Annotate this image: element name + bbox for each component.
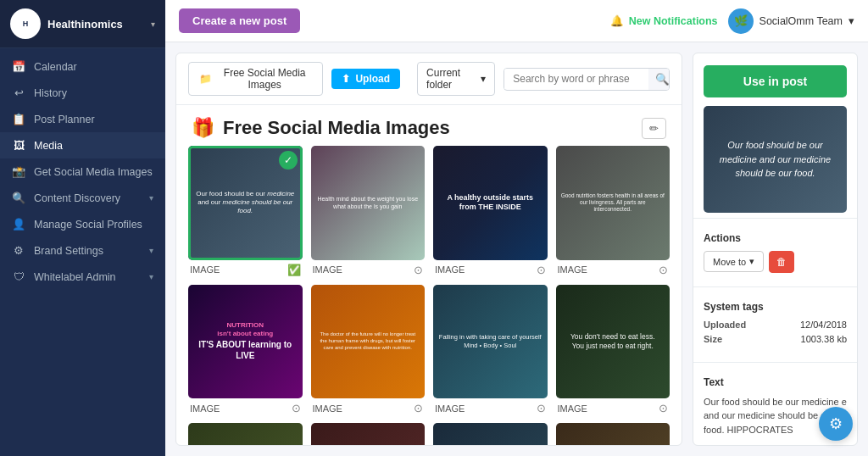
image-label: IMAGE ⊙ — [433, 402, 548, 414]
sidebar: H Healthinomics ▾ 📅 Calendar ↩ History 📋… — [0, 0, 165, 456]
system-tags-section: System tags Uploaded 12/04/2018 Size 100… — [693, 292, 857, 357]
image-card: The preservation of health is superior t… — [188, 423, 303, 445]
thumb-overlay: NUTRITIONisn't about eatingIT'S ABOUT le… — [188, 285, 303, 399]
image-thumb[interactable]: You don't need to eat less.You just need… — [556, 285, 670, 399]
image-type-label: IMAGE — [558, 403, 587, 414]
sidebar-nav: 📅 Calendar ↩ History 📋 Post Planner 🖼 Me… — [0, 48, 165, 456]
manage-profiles-icon: 👤 — [12, 218, 25, 231]
upload-button[interactable]: ⬆ Upload — [331, 69, 400, 89]
grid-row-2: NUTRITIONisn't about eatingIT'S ABOUT le… — [188, 285, 670, 415]
image-card: NUTRITIONisn't about eatingIT'S ABOUT le… — [188, 285, 303, 415]
delete-button[interactable]: 🗑 — [769, 251, 794, 273]
create-new-post-button[interactable]: Create a new post — [179, 8, 300, 33]
size-value: 1003.38 kb — [801, 334, 847, 344]
image-type-label: IMAGE — [190, 264, 220, 275]
image-thumb[interactable]: Fall in love with taking care of yoursel… — [311, 423, 426, 445]
image-thumb[interactable]: The preservation of health is superior t… — [188, 423, 303, 445]
sidebar-item-brand-settings[interactable]: ⚙ Brand Settings ▾ — [0, 237, 165, 264]
size-label: Size — [704, 334, 722, 344]
image-label: IMAGE ⊙ — [433, 264, 548, 276]
floating-settings-button[interactable]: ⚙ — [819, 407, 853, 441]
thumb-overlay: Health mind about the weight you lose wh… — [311, 146, 426, 260]
image-thumb[interactable]: The doctor of the future will no longer … — [311, 285, 426, 399]
edit-button[interactable]: ✏ — [642, 118, 666, 139]
image-card: No matter how much I gets abused, the bo… — [556, 423, 670, 445]
check-circle-icon[interactable]: ⊙ — [537, 402, 546, 414]
image-thumb[interactable]: No matter how much I gets abused, the bo… — [556, 423, 670, 445]
sidebar-item-calendar[interactable]: 📅 Calendar — [0, 53, 165, 80]
folder-filter-dropdown[interactable]: Current folder ▾ — [417, 62, 495, 96]
social-images-icon: 📸 — [12, 165, 25, 178]
image-type-label: IMAGE — [190, 403, 220, 414]
image-thumb[interactable]: Falling in with taking care of yourselfM… — [433, 285, 548, 399]
image-thumb[interactable]: Good nutrition fosters health in all are… — [556, 146, 670, 260]
grid-row-1: Our food should be our medicine and our … — [188, 146, 670, 276]
image-card: The mind and body are not separate.What … — [433, 423, 548, 445]
check-circle-icon[interactable]: ⊙ — [537, 264, 546, 276]
brand-logo: H — [10, 8, 41, 39]
search-button[interactable]: 🔍 — [648, 69, 670, 90]
sidebar-item-label: Manage Social Profiles — [34, 219, 153, 231]
image-thumb[interactable]: A healthy outside starts from THE INSIDE — [433, 146, 548, 260]
uploaded-row: Uploaded 12/04/2018 — [704, 320, 847, 330]
check-circle-icon[interactable]: ⊙ — [414, 402, 423, 414]
user-menu-button[interactable]: 🌿 SocialOmm Team ▾ — [728, 8, 854, 34]
sidebar-header[interactable]: H Healthinomics ▾ — [0, 0, 165, 48]
image-type-label: IMAGE — [435, 264, 465, 275]
check-circle-icon[interactable]: ⊙ — [414, 264, 423, 276]
settings-icon: ⚙ — [829, 414, 843, 433]
uploaded-label: Uploaded — [704, 320, 746, 330]
user-avatar: 🌿 — [728, 8, 754, 34]
library-title-text: Free Social Media Images — [223, 117, 450, 139]
chevron-down-icon: ▾ — [151, 19, 155, 29]
image-thumb[interactable]: The mind and body are not separate.What … — [433, 423, 548, 445]
upload-label: Upload — [355, 73, 390, 85]
brand-name: Healthinomics — [47, 18, 123, 31]
sidebar-item-history[interactable]: ↩ History — [0, 80, 165, 106]
check-circle-icon[interactable]: ✅ — [287, 264, 301, 276]
image-type-label: IMAGE — [558, 264, 587, 275]
move-to-button[interactable]: Move to ▾ — [704, 251, 764, 272]
image-type-label: IMAGE — [313, 264, 342, 275]
notification-label: New Notifications — [629, 15, 718, 27]
use-in-post-button[interactable]: Use in post — [704, 65, 847, 97]
thumb-overlay: Our food should be our medicine and our … — [188, 146, 303, 260]
whitelabel-icon: 🛡 — [12, 270, 25, 283]
search-input[interactable] — [504, 69, 648, 89]
check-circle-icon[interactable]: ⊙ — [292, 402, 301, 414]
user-label: SocialOmm Team — [760, 15, 843, 27]
library-header: 🎁 Free Social Media Images ✏ — [176, 105, 682, 146]
sidebar-item-media[interactable]: 🖼 Media — [0, 132, 165, 158]
check-circle-icon[interactable]: ⊙ — [659, 402, 668, 414]
notifications-button[interactable]: 🔔 New Notifications — [610, 14, 718, 27]
image-card: Falling in with taking care of yourselfM… — [433, 285, 548, 415]
check-circle-icon[interactable]: ⊙ — [659, 264, 668, 276]
image-thumb[interactable]: Health mind about the weight you lose wh… — [311, 146, 426, 260]
library-title: 🎁 Free Social Media Images — [192, 117, 450, 139]
image-card: A healthy outside starts from THE INSIDE… — [433, 146, 548, 276]
uploaded-value: 12/04/2018 — [800, 320, 847, 330]
post-planner-icon: 📋 — [12, 113, 25, 125]
image-label: IMAGE ⊙ — [556, 264, 670, 276]
sidebar-item-whitelabel-admin[interactable]: 🛡 Whitelabel Admin ▾ — [0, 264, 165, 290]
thumb-overlay: The preservation of health is superior t… — [188, 423, 303, 445]
topbar: Create a new post 🔔 New Notifications 🌿 … — [165, 0, 868, 42]
thumb-overlay: No matter how much I gets abused, the bo… — [556, 423, 670, 445]
sidebar-item-label: Calendar — [34, 61, 153, 73]
sidebar-item-label: History — [34, 87, 153, 99]
search-box: 🔍 — [504, 68, 670, 91]
sidebar-item-content-discovery[interactable]: 🔍 Content Discovery ▾ — [0, 185, 165, 211]
sidebar-item-manage-social-profiles[interactable]: 👤 Manage Social Profiles — [0, 211, 165, 237]
main-area: Create a new post 🔔 New Notifications 🌿 … — [165, 0, 868, 456]
sidebar-item-label: Media — [34, 140, 153, 152]
image-thumb[interactable]: NUTRITIONisn't about eatingIT'S ABOUT le… — [188, 285, 303, 399]
library-panel: 📁 Free Social Media Images ⬆ Upload Curr… — [175, 53, 682, 446]
sidebar-item-post-planner[interactable]: 📋 Post Planner — [0, 106, 165, 132]
image-thumb[interactable]: Our food should be our medicine and our … — [188, 146, 303, 260]
system-tags-title: System tags — [704, 301, 847, 313]
folder-button[interactable]: 📁 Free Social Media Images — [188, 62, 323, 96]
thumb-overlay: Falling in with taking care of yourselfM… — [433, 285, 548, 399]
chevron-right-icon: ▾ — [149, 272, 153, 281]
media-icon: 🖼 — [12, 139, 25, 152]
sidebar-item-get-social-media-images[interactable]: 📸 Get Social Media Images — [0, 158, 165, 185]
